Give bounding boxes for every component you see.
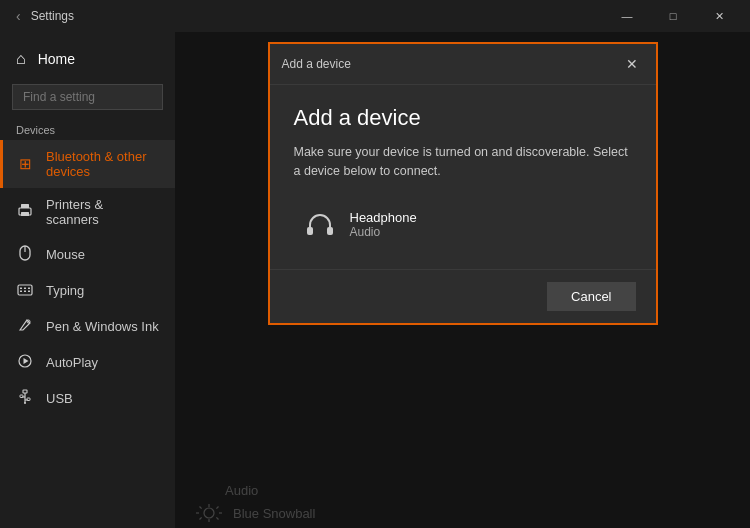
device-item-headphone[interactable]: Headphone Audio [294,201,632,249]
modal-close-button[interactable]: ✕ [620,52,644,76]
svg-rect-20 [27,398,30,401]
modal-footer: Cancel [270,269,656,323]
search-input[interactable] [12,84,163,110]
device-info: Headphone Audio [350,210,417,239]
svg-rect-11 [28,291,30,293]
sidebar: ⌂ Home Devices ⊞ Bluetooth & other devic… [0,32,175,528]
sidebar-item-bluetooth[interactable]: ⊞ Bluetooth & other devices [0,140,175,188]
window-controls: — □ ✕ [604,0,742,32]
modal-body: Add a device Make sure your device is tu… [270,85,656,269]
modal-overlay: Add a device ✕ Add a device Make sure yo… [175,32,750,528]
home-icon: ⌂ [16,50,26,68]
autoplay-icon [16,354,34,371]
sidebar-section-devices: Devices [0,120,175,140]
typing-icon [16,282,34,299]
svg-rect-15 [23,390,27,393]
svg-rect-1 [21,204,29,208]
svg-rect-2 [21,212,29,216]
svg-point-21 [24,402,26,404]
svg-rect-9 [20,291,22,293]
sidebar-item-pen[interactable]: Pen & Windows Ink [0,308,175,345]
modal-titlebar: Add a device ✕ [270,44,656,85]
svg-rect-8 [28,288,30,290]
content-area: Audio Blue Snowball Add a device [175,32,750,528]
modal-description: Make sure your device is turned on and d… [294,143,632,181]
usb-icon [16,389,34,408]
main-layout: ⌂ Home Devices ⊞ Bluetooth & other devic… [0,32,750,528]
sidebar-item-pen-label: Pen & Windows Ink [46,319,159,334]
sidebar-item-usb[interactable]: USB [0,380,175,417]
sidebar-item-mouse-label: Mouse [46,247,85,262]
bluetooth-icon: ⊞ [16,155,34,173]
sidebar-item-mouse[interactable]: Mouse [0,236,175,273]
back-button[interactable]: ‹ [16,8,21,24]
modal-titlebar-text: Add a device [282,57,351,71]
sidebar-item-typing-label: Typing [46,283,84,298]
svg-rect-5 [18,285,32,295]
sidebar-item-printers[interactable]: Printers & scanners [0,188,175,236]
printers-icon [16,203,34,222]
sidebar-item-usb-label: USB [46,391,73,406]
svg-rect-32 [327,227,333,235]
mouse-icon [16,245,34,264]
svg-marker-14 [24,358,29,364]
headphone-icon [304,209,336,241]
minimize-button[interactable]: — [604,0,650,32]
sidebar-item-home[interactable]: ⌂ Home [0,40,175,78]
add-device-modal: Add a device ✕ Add a device Make sure yo… [268,42,658,325]
cancel-button[interactable]: Cancel [547,282,635,311]
device-name: Headphone [350,210,417,225]
svg-rect-31 [307,227,313,235]
sidebar-item-autoplay[interactable]: AutoPlay [0,345,175,380]
maximize-button[interactable]: □ [650,0,696,32]
modal-title: Add a device [294,105,632,131]
sidebar-item-typing[interactable]: Typing [0,273,175,308]
app-title: Settings [31,9,74,23]
svg-rect-6 [20,288,22,290]
sidebar-item-printers-label: Printers & scanners [46,197,159,227]
svg-rect-7 [24,288,26,290]
titlebar: ‹ Settings — □ ✕ [0,0,750,32]
device-type: Audio [350,225,417,239]
svg-rect-10 [24,291,26,293]
pen-icon [16,317,34,336]
sidebar-item-bluetooth-label: Bluetooth & other devices [46,149,159,179]
close-button[interactable]: ✕ [696,0,742,32]
home-label: Home [38,51,75,67]
svg-rect-19 [20,395,23,398]
sidebar-item-autoplay-label: AutoPlay [46,355,98,370]
titlebar-left: ‹ Settings [16,8,74,24]
